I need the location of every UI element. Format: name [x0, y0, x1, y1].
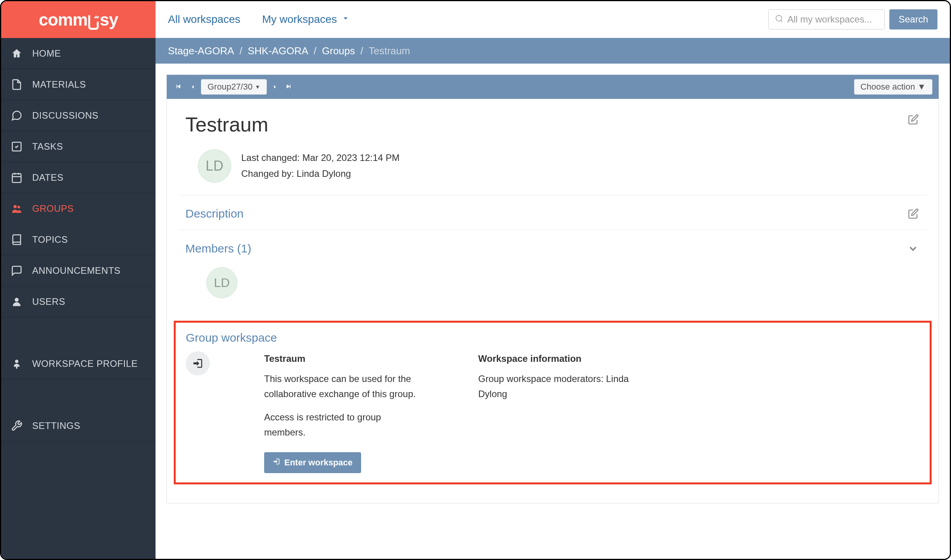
next-button[interactable] — [270, 83, 280, 90]
svg-point-7 — [15, 298, 19, 302]
member-avatar[interactable]: LD — [206, 267, 237, 298]
user-icon — [10, 295, 24, 309]
speech-icon — [10, 264, 24, 278]
breadcrumb-item[interactable]: Groups — [322, 45, 355, 57]
caret-down-icon: ▼ — [255, 84, 260, 90]
sidebar-item-label: MATERIALS — [32, 79, 86, 90]
sidebar-item-label: SETTINGS — [32, 420, 80, 431]
avatar[interactable]: LD — [198, 149, 231, 183]
workspace-info-text: Group workspace moderators: Linda Dylong — [478, 372, 637, 401]
all-workspaces-link[interactable]: All workspaces — [168, 13, 240, 26]
sidebar-item-label: USERS — [32, 296, 65, 307]
sidebar-item-materials[interactable]: MATERIALS — [1, 69, 156, 100]
sidebar-item-label: DATES — [32, 172, 64, 183]
last-page-button[interactable] — [283, 83, 295, 91]
sidebar-item-topics[interactable]: TOPICS — [1, 224, 156, 255]
first-page-button[interactable] — [173, 83, 185, 91]
breadcrumb: Stage-AGORA / SHK-AGORA / Groups / Testr… — [156, 38, 950, 64]
group-icon — [10, 202, 24, 216]
svg-line-11 — [781, 20, 782, 22]
section-members-title[interactable]: Members (1) — [185, 242, 251, 255]
sidebar-item-groups[interactable]: GROUPS — [1, 193, 156, 224]
enter-icon — [186, 351, 210, 375]
wrench-icon — [10, 419, 24, 433]
sidebar: commsy HOME MATERIALS DISCUSSIONS TASKS — [1, 1, 156, 559]
prev-button[interactable] — [188, 83, 198, 90]
breadcrumb-current: Testraum — [369, 45, 410, 57]
breadcrumb-item[interactable]: Stage-AGORA — [168, 45, 234, 57]
sidebar-item-label: HOME — [32, 48, 61, 59]
my-workspaces-link[interactable]: My workspaces — [262, 13, 350, 26]
sidebar-item-home[interactable]: HOME — [1, 38, 156, 69]
group-panel: Group27/30 ▼ Choose action ▼ — [166, 74, 939, 503]
workspace-desc-column: Testraum This workspace can be used for … — [264, 351, 423, 473]
main-area: All workspaces My workspaces Search Stag… — [156, 1, 950, 559]
members-list: LD — [185, 265, 920, 298]
workspace-desc-1: This workspace can be used for the colla… — [264, 372, 423, 401]
group-pager-dropdown[interactable]: Group27/30 ▼ — [201, 79, 267, 95]
sidebar-item-dates[interactable]: DATES — [1, 162, 156, 193]
section-description-title[interactable]: Description — [185, 207, 244, 220]
enter-workspace-button[interactable]: Enter workspace — [264, 452, 361, 473]
chevron-down-icon — [341, 13, 350, 26]
workspace-name: Testraum — [264, 351, 423, 366]
breadcrumb-item[interactable]: SHK-AGORA — [248, 45, 308, 57]
sidebar-item-label: TOPICS — [32, 234, 68, 245]
sidebar-item-discussions[interactable]: DISCUSSIONS — [1, 100, 156, 131]
sidebar-item-settings[interactable]: SETTINGS — [1, 410, 156, 441]
group-workspace-title: Group workspace — [186, 331, 920, 344]
search-input[interactable] — [787, 14, 878, 25]
search-button[interactable]: Search — [889, 9, 937, 29]
logo-text: commsy — [39, 10, 118, 29]
check-square-icon — [10, 140, 24, 154]
home-icon — [10, 47, 24, 60]
choose-action-dropdown[interactable]: Choose action ▼ — [854, 79, 932, 95]
svg-point-8 — [15, 360, 19, 363]
chat-icon — [10, 109, 24, 123]
svg-rect-1 — [12, 174, 21, 183]
logo[interactable]: commsy — [1, 1, 156, 38]
group-workspace-section: Group workspace Testraum This workspace … — [174, 321, 932, 484]
sidebar-item-label: WORKSPACE PROFILE — [32, 358, 138, 369]
meta-info: LD Last changed: Mar 20, 2023 12:14 PM C… — [185, 149, 920, 195]
sidebar-item-users[interactable]: USERS — [1, 286, 156, 317]
search-icon — [775, 14, 783, 24]
edit-title-button[interactable] — [907, 113, 920, 126]
sidebar-item-tasks[interactable]: TASKS — [1, 131, 156, 162]
sidebar-item-label: ANNOUNCEMENTS — [32, 265, 121, 276]
workspace-info-column: Workspace information Group workspace mo… — [478, 351, 637, 473]
search-input-wrap[interactable] — [768, 9, 885, 29]
svg-rect-9 — [16, 366, 17, 368]
topbar: All workspaces My workspaces Search — [156, 1, 950, 38]
enter-icon — [273, 458, 280, 468]
sidebar-item-label: DISCUSSIONS — [32, 110, 99, 121]
file-icon — [10, 78, 24, 92]
caret-down-icon: ▼ — [917, 82, 926, 92]
calendar-icon — [10, 171, 24, 185]
sidebar-item-workspace-profile[interactable]: WORKSPACE PROFILE — [1, 348, 156, 379]
members-toggle[interactable] — [906, 242, 920, 256]
workspace-desc-2: Access is restricted to group members. — [264, 410, 423, 440]
sidebar-item-announcements[interactable]: ANNOUNCEMENTS — [1, 255, 156, 286]
profile-icon — [10, 357, 24, 371]
page-title: Testraum — [185, 113, 268, 136]
book-icon — [10, 233, 24, 247]
changed-by: Changed by: Linda Dylong — [241, 166, 399, 182]
panel-toolbar: Group27/30 ▼ Choose action ▼ — [167, 75, 939, 99]
edit-description-button[interactable] — [907, 207, 920, 220]
svg-point-6 — [17, 206, 20, 208]
last-changed: Last changed: Mar 20, 2023 12:14 PM — [241, 150, 399, 166]
workspace-info-title: Workspace information — [478, 351, 637, 366]
sidebar-item-label: GROUPS — [32, 203, 74, 214]
svg-point-5 — [14, 205, 17, 208]
sidebar-item-label: TASKS — [32, 141, 63, 152]
svg-point-10 — [776, 16, 782, 21]
